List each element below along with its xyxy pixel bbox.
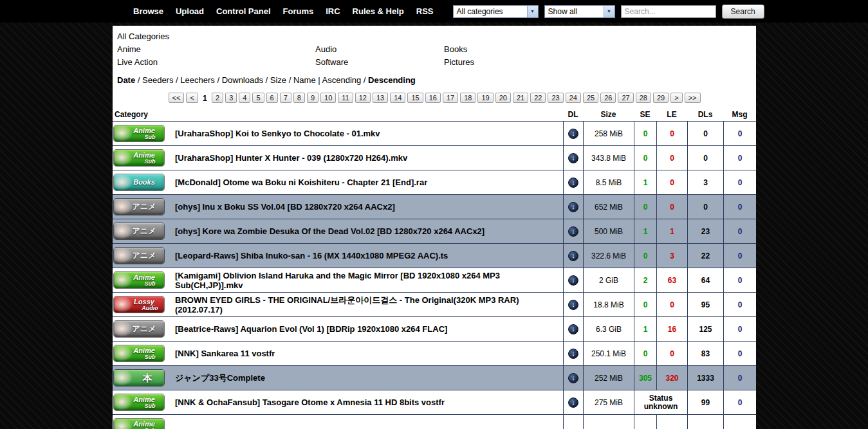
torrent-name-link[interactable]: [Leopard-Raws] Shiba Inuko-san - 16 (MX … <box>175 251 448 260</box>
download-icon[interactable]: ↓ <box>568 226 578 237</box>
pagination-button[interactable]: 11 <box>338 93 353 103</box>
category-icon-anime-raw[interactable]: アニメ <box>114 199 164 215</box>
category-link-pictures[interactable]: Pictures <box>444 56 474 69</box>
pagination-button[interactable]: < <box>186 93 198 103</box>
nav-link-rss[interactable]: RSS <box>416 6 434 16</box>
download-icon[interactable]: ↓ <box>568 153 578 163</box>
pagination-button[interactable]: 10 <box>320 93 336 103</box>
nav-link-rules-help[interactable]: Rules & Help <box>353 6 404 16</box>
chevron-down-icon[interactable]: ▼ <box>604 6 614 17</box>
sort-link-downloads[interactable]: Downloads <box>222 75 263 85</box>
pagination-button[interactable]: >> <box>685 93 701 103</box>
pagination-button[interactable]: 29 <box>653 93 669 103</box>
category-icon-anime-raw[interactable]: アニメ <box>114 321 164 337</box>
pagination-button[interactable]: 24 <box>566 93 581 103</box>
category-link-live-action[interactable]: Live Action <box>117 56 315 69</box>
sort-link-date[interactable]: Date <box>117 75 135 85</box>
search-input[interactable] <box>621 5 716 18</box>
pagination-button[interactable]: 20 <box>495 93 511 103</box>
torrent-name-link[interactable]: [NNK] Sankarea 11 vostfr <box>175 349 275 358</box>
nav-link-forums[interactable]: Forums <box>283 6 314 16</box>
download-icon[interactable]: ↓ <box>568 324 578 334</box>
download-icon[interactable]: ↓ <box>568 349 578 359</box>
category-link-audio[interactable]: Audio <box>315 43 444 56</box>
torrent-name-link[interactable]: [UraharaShop] Hunter X Hunter - 039 (128… <box>175 153 407 163</box>
sort-link-size[interactable]: Size <box>270 75 286 85</box>
pagination-button[interactable]: 3 <box>225 93 237 103</box>
pagination-button[interactable]: 14 <box>390 93 405 103</box>
pagination-button[interactable]: 2 <box>212 93 223 103</box>
pagination-button[interactable]: 16 <box>425 93 441 103</box>
download-icon[interactable]: ↓ <box>568 178 578 188</box>
pagination-button[interactable]: 25 <box>583 93 598 103</box>
pagination-button[interactable]: 19 <box>477 93 493 103</box>
torrent-name-link[interactable]: [Beatrice-Raws] Aquarion Evol (Vol 1) [B… <box>175 324 447 334</box>
download-icon[interactable]: ↓ <box>568 373 578 383</box>
pagination-button[interactable]: 6 <box>266 93 278 103</box>
pagination-button[interactable]: 13 <box>373 93 388 103</box>
torrent-name-link[interactable]: [NNK & OchaFansub] Tasogare Otome x Amne… <box>175 397 445 407</box>
nav-link-browse[interactable]: Browse <box>133 6 163 16</box>
category-filter-select[interactable]: All categories ▼ <box>453 5 539 18</box>
category-icon-anime-english[interactable]: AnimeSub <box>114 272 164 288</box>
search-button[interactable]: Search <box>722 5 764 19</box>
torrent-name-link[interactable]: [Kamigami] Oblivion Island Haruka and th… <box>175 271 557 290</box>
torrent-name-link[interactable]: ジャンプ33号Complete <box>175 373 265 383</box>
pagination-button[interactable]: 22 <box>530 93 546 103</box>
download-icon[interactable]: ↓ <box>568 397 578 408</box>
download-icon[interactable]: ↓ <box>568 251 578 261</box>
pagination-button[interactable]: 21 <box>513 93 528 103</box>
category-link-all-categories[interactable]: All Categories <box>117 32 169 41</box>
download-icon[interactable]: ↓ <box>568 202 578 212</box>
category-icon-anime-raw[interactable]: アニメ <box>114 248 164 264</box>
nav-link-irc[interactable]: IRC <box>326 6 340 16</box>
pagination-button[interactable]: 28 <box>636 93 651 103</box>
category-link-anime[interactable]: Anime <box>117 43 315 56</box>
category-icon-anime-english[interactable]: AnimeSub <box>114 394 164 410</box>
pagination-button[interactable]: 15 <box>407 93 423 103</box>
pagination-button[interactable]: 26 <box>600 93 616 103</box>
order-link-descending[interactable]: Descending <box>368 75 416 85</box>
pagination-button[interactable]: 12 <box>355 93 371 103</box>
download-icon[interactable]: ↓ <box>568 300 578 310</box>
torrent-name-link[interactable]: [ohys] Kore wa Zombie Desuka Of the Dead… <box>175 226 485 236</box>
pagination-button[interactable]: > <box>670 93 682 103</box>
order-link-ascending[interactable]: Ascending <box>322 75 362 85</box>
torrent-name-link[interactable]: [UraharaShop] Koi to Senkyo to Chocolate… <box>175 129 380 138</box>
sort-bar: Date / Seeders / Leechers / Downloads / … <box>113 69 756 85</box>
nav-link-control-panel[interactable]: Control Panel <box>216 6 271 16</box>
torrent-name-link[interactable]: [ohys] Inu x Boku SS Vol.04 [BD 1280x720… <box>175 202 395 212</box>
category-icon-books-raw[interactable]: 本 <box>114 370 164 386</box>
pagination-button[interactable]: 18 <box>460 93 476 103</box>
category-icon-audio-lossy[interactable]: LossyAudio <box>114 297 164 313</box>
pagination-button[interactable]: << <box>169 93 185 103</box>
status-filter-select[interactable]: Show all ▼ <box>544 5 615 18</box>
pagination-button[interactable]: 4 <box>239 93 250 103</box>
category-icon-anime-english[interactable]: AnimeSub <box>114 125 164 141</box>
nav-link-upload[interactable]: Upload <box>176 6 204 16</box>
table-row: AnimeSub[NNK & OchaFansub] Tasogare Otom… <box>113 390 756 414</box>
category-icon-anime-english[interactable]: AnimeSub <box>114 345 164 361</box>
torrent-name-link[interactable]: [McDonald] Otome wa Boku ni Koishiteru -… <box>175 178 427 187</box>
pagination-button[interactable]: 23 <box>548 93 563 103</box>
pagination-button[interactable]: 8 <box>293 93 305 103</box>
sort-link-name[interactable]: Name <box>293 75 316 85</box>
sort-link-leechers[interactable]: Leechers <box>180 75 214 85</box>
category-link-books[interactable]: Books <box>444 43 474 56</box>
pagination-button[interactable]: 9 <box>307 93 319 103</box>
header-dls: DLs <box>687 110 723 119</box>
download-icon[interactable]: ↓ <box>568 129 578 139</box>
category-icon-anime-english[interactable]: AnimeSub <box>114 419 164 429</box>
chevron-down-icon[interactable]: ▼ <box>527 6 538 17</box>
pagination-button[interactable]: 17 <box>443 93 458 103</box>
sort-link-seeders[interactable]: Seeders <box>142 75 173 85</box>
category-icon-books-english[interactable]: Books <box>114 174 164 190</box>
download-icon[interactable]: ↓ <box>568 275 578 286</box>
pagination-button[interactable]: 7 <box>280 93 291 103</box>
pagination-button[interactable]: 5 <box>252 93 264 103</box>
torrent-name-link[interactable]: BROWN EYED GIRLS - THE ORIGINAL/브라운아이드걸스… <box>175 295 557 315</box>
pagination-button[interactable]: 27 <box>618 93 633 103</box>
category-link-software[interactable]: Software <box>315 56 444 69</box>
category-icon-anime-raw[interactable]: アニメ <box>114 223 164 239</box>
category-icon-anime-english[interactable]: AnimeSub <box>114 150 164 166</box>
